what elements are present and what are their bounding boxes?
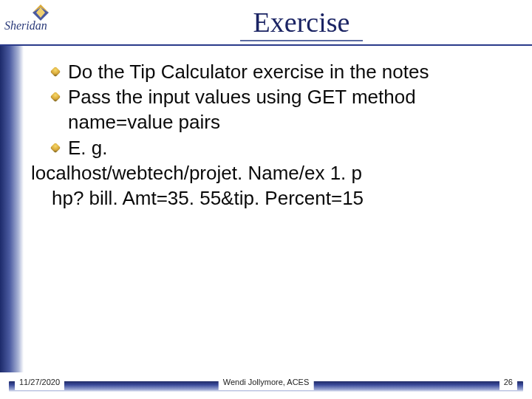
bullet-item: Pass the input values using GET method n… — [52, 84, 511, 135]
footer-page-number: 26 — [499, 374, 517, 390]
sheridan-logo-text: Sheridan — [4, 19, 47, 33]
bullet-text: E. g. — [68, 135, 511, 160]
bullet-item: Do the Tip Calculator exercise in the no… — [52, 59, 511, 84]
example-line: hp? bill. Amt=35. 55&tip. Percent=15 — [52, 185, 511, 211]
diamond-bullet-icon — [50, 66, 61, 77]
diamond-bullet-icon — [50, 143, 61, 153]
bullet-text: Pass the input values using GET method n… — [68, 84, 511, 135]
bullet-item: E. g. — [52, 135, 511, 160]
slide-footer: 11/27/2020 Wendi Jollymore, ACES 26 — [0, 374, 532, 395]
slide-body: Do the Tip Calculator exercise in the no… — [0, 46, 532, 372]
sheridan-logo-icon — [33, 4, 49, 21]
slide-title: Exercise — [240, 7, 364, 41]
title-container: Exercise — [71, 4, 532, 41]
slide-header: Sheridan Exercise — [0, 0, 532, 46]
example-line: localhost/webtech/projet. Name/ex 1. p — [31, 160, 511, 185]
footer-author: Wendi Jollymore, ACES — [219, 374, 314, 390]
sheridan-logo: Sheridan — [4, 4, 71, 33]
footer-date: 11/27/2020 — [15, 374, 64, 390]
content-area: Do the Tip Calculator exercise in the no… — [24, 46, 532, 372]
left-gradient-bar — [0, 46, 24, 372]
diamond-bullet-icon — [50, 92, 61, 102]
bullet-text: Do the Tip Calculator exercise in the no… — [68, 59, 511, 84]
